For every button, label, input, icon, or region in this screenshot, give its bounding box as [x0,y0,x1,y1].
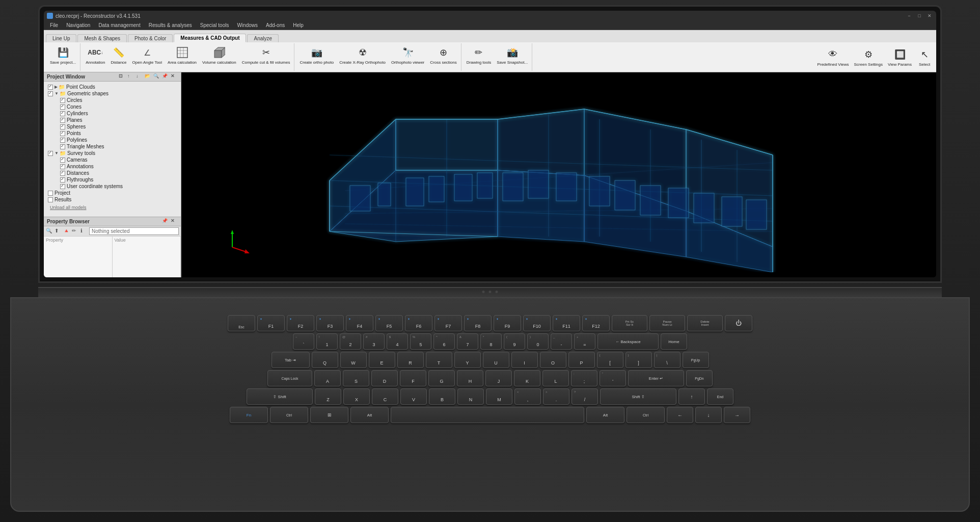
key-semicolon[interactable]: :; [571,370,597,386]
tree-item-flythroughs[interactable]: Flythroughs [46,176,179,183]
key-f12[interactable]: ✦ F12 [582,315,610,331]
tree-item-polylines[interactable]: Polylines [46,137,179,143]
key-comma[interactable]: <, [514,388,541,405]
key-f9[interactable]: ✦ F9 [494,315,521,331]
key-esc[interactable]: Esc [228,315,255,331]
key-z[interactable]: Z [315,388,341,405]
tree-checkbox-survey[interactable] [48,151,53,156]
key-rshift[interactable]: Shift ⇧ [600,388,676,405]
key-x[interactable]: X [343,388,370,405]
key-f3[interactable]: ✦ F3 [316,315,344,331]
tree-item-spheres[interactable]: Spheres [46,123,179,130]
key-f10[interactable]: ✦ F10 [523,315,551,331]
key-j[interactable]: J [485,370,512,386]
key-enter[interactable]: Enter ↵ [628,370,684,386]
key-1[interactable]: ! 1 [316,333,338,350]
key-space[interactable] [391,407,584,423]
tree-checkbox-points[interactable] [60,131,65,136]
menu-data-management[interactable]: Data management [94,21,144,30]
key-t[interactable]: T [426,352,452,368]
tree-checkbox-circles[interactable] [60,98,65,103]
view-params-button[interactable]: 🔲 View Params [886,46,914,68]
tree-checkbox-cones[interactable] [60,105,65,110]
viewport-3d[interactable] [181,72,936,277]
tree-item-distances[interactable]: Distances [46,170,179,176]
tree-item-points[interactable]: Points [46,130,179,137]
tree-checkbox-point-clouds[interactable] [48,85,53,90]
key-equals[interactable]: + = [574,333,595,350]
key-end[interactable]: End [707,388,733,405]
key-f11[interactable]: ✦ F11 [553,315,580,331]
tree-checkbox-ucs[interactable] [60,184,65,189]
drawing-tools-button[interactable]: ✏ Drawing tools [465,44,493,66]
prop-icon-5[interactable]: ℹ [80,228,88,235]
tree-item-ucs[interactable]: User coordinate systems [46,183,179,190]
menu-help[interactable]: Help [289,21,308,30]
key-v[interactable]: V [400,388,427,405]
tree-item-cones[interactable]: Cones [46,103,179,110]
tree-checkbox-planes[interactable] [60,118,65,123]
key-k[interactable]: K [514,370,540,386]
tree-item-geometric[interactable]: ▼ 📁 Geometric shapes [46,90,179,97]
tree-checkbox-geometric[interactable] [48,91,53,96]
key-n[interactable]: N [457,388,484,405]
key-a[interactable]: A [314,370,341,386]
tab-analyze[interactable]: Analyze [247,34,279,42]
key-c[interactable]: C [372,388,398,405]
tree-checkbox-project[interactable] [48,191,53,196]
key-p[interactable]: P [568,352,595,368]
save-snapshot-button[interactable]: 📸 Save Snapshot... [495,44,530,66]
compute-cut-button[interactable]: ✂ Compute cut & fill volumes [240,44,292,66]
prop-close[interactable]: ✕ [171,218,178,225]
key-backslash[interactable]: |\ [654,352,680,368]
tree-item-project[interactable]: Project [46,190,179,196]
tree-checkbox-distances[interactable] [60,171,65,176]
key-power[interactable]: ⏻ [725,315,752,331]
key-backtick[interactable]: ~ ` [293,333,314,350]
key-tab[interactable]: Tab ⇥ [271,352,310,368]
key-q[interactable]: Q [312,352,338,368]
key-pgup[interactable]: PgUp [683,352,709,368]
tab-lineup[interactable]: Line Up [46,34,76,42]
tree-item-cylinders[interactable]: Cylinders [46,110,179,117]
tree-item-point-clouds[interactable]: ▶ 📁 Point Clouds [46,84,179,90]
area-calc-button[interactable]: Area calculation [166,44,199,66]
key-7[interactable]: & 7 [457,333,478,350]
predefined-views-button[interactable]: 👁 Predefined Views [815,46,851,68]
open-angle-button[interactable]: ∠ Open Angle Tool [130,44,165,66]
key-win[interactable]: ⊞ [310,407,348,423]
key-lbracket[interactable]: {[ [597,352,623,368]
key-up[interactable]: ↑ [678,388,705,405]
tree-checkbox-spheres[interactable] [60,124,65,129]
tree-checkbox-polylines[interactable] [60,138,65,143]
key-f[interactable]: F [400,370,426,386]
tree-checkbox-cameras[interactable] [60,158,65,163]
key-pgdn[interactable]: PgDn [686,370,713,386]
key-home[interactable]: Home [661,333,687,350]
key-right[interactable]: → [724,407,750,423]
key-quote[interactable]: "' [600,370,626,386]
panel-icon-5[interactable]: 🔍 [153,73,160,81]
panel-pin[interactable]: 📌 [162,73,169,81]
save-project-button[interactable]: 💾 Save project... [48,44,78,66]
tree-item-cameras[interactable]: Cameras [46,156,179,163]
tab-measures-cad[interactable]: Measures & CAD Output [174,34,246,42]
create-xray-button[interactable]: ☢ Create X-Ray Orthophoto [337,44,388,66]
distance-button[interactable]: 📏 Distance [108,44,128,66]
menu-results[interactable]: Results & analyses [145,21,196,30]
key-h[interactable]: H [457,370,483,386]
key-6[interactable]: ^ 6 [433,333,455,350]
key-delete[interactable]: DeleteInsert [687,315,723,331]
key-3[interactable]: # 3 [363,333,385,350]
key-slash[interactable]: ?/ [571,388,598,405]
key-m[interactable]: M [486,388,512,405]
prop-icon-2[interactable]: ⬆ [55,228,62,235]
key-y[interactable]: Y [454,352,481,368]
key-backspace[interactable]: ← Backspace [597,333,659,350]
key-9[interactable]: ( 9 [504,333,525,350]
tree-checkbox-results[interactable] [48,197,53,202]
prop-icon-4[interactable]: ✏ [72,228,79,235]
panel-icon-1[interactable]: ⊡ [119,73,126,81]
menu-special-tools[interactable]: Special tools [196,21,233,30]
key-e[interactable]: E [369,352,395,368]
